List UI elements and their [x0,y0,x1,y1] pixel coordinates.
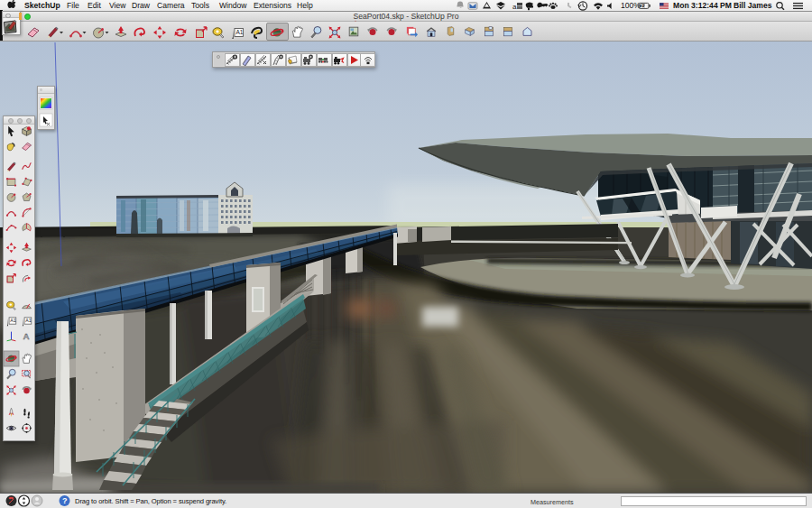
svg-text:?: ? [62,496,68,505]
svg-text:a: a [512,3,517,11]
svg-text:2:4: 2:4 [641,5,647,9]
